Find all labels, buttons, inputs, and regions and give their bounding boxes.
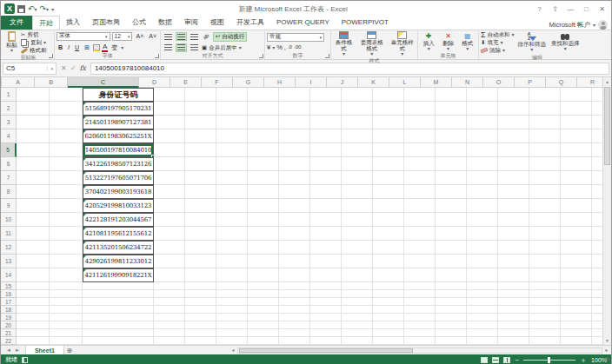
row-header[interactable]: 18 xyxy=(1,306,17,314)
cell[interactable] xyxy=(50,321,83,329)
cell[interactable] xyxy=(310,143,342,157)
cell[interactable] xyxy=(50,129,83,143)
format-painter-button[interactable]: 格式刷 xyxy=(21,47,47,54)
zoom-slider-thumb[interactable] xyxy=(548,357,550,363)
cell[interactable] xyxy=(310,282,342,290)
cell[interactable] xyxy=(373,171,404,185)
cell[interactable] xyxy=(529,306,561,314)
row-header[interactable]: 9 xyxy=(1,199,17,213)
cell[interactable] xyxy=(17,129,50,143)
cell[interactable] xyxy=(529,143,561,157)
cell[interactable] xyxy=(216,88,248,102)
cell[interactable] xyxy=(342,290,373,298)
cell[interactable] xyxy=(373,298,404,306)
cell[interactable] xyxy=(436,199,467,213)
cell[interactable] xyxy=(310,268,342,282)
cell[interactable] xyxy=(185,102,216,116)
cell[interactable] xyxy=(592,282,602,290)
font-size-combo[interactable]: 12▾ xyxy=(112,32,133,41)
cell[interactable] xyxy=(17,157,50,171)
row-header[interactable]: 22 xyxy=(1,337,17,345)
bold-button[interactable]: B xyxy=(57,43,64,52)
maximize-button[interactable]: □ xyxy=(579,3,594,15)
cell[interactable] xyxy=(404,298,436,306)
cell[interactable] xyxy=(561,268,592,282)
ribbon-tab[interactable]: 视图 xyxy=(204,16,230,30)
cell[interactable] xyxy=(342,268,373,282)
cell[interactable] xyxy=(17,143,50,157)
cell[interactable] xyxy=(373,337,404,345)
cell[interactable] xyxy=(342,171,373,185)
cell[interactable] xyxy=(216,314,248,321)
cell[interactable] xyxy=(310,171,342,185)
ribbon-tab[interactable]: 开发工具 xyxy=(230,16,270,30)
cell[interactable] xyxy=(154,102,185,116)
cell[interactable] xyxy=(404,102,436,116)
cell[interactable] xyxy=(83,314,154,321)
cell[interactable] xyxy=(529,227,561,241)
cell[interactable] xyxy=(529,199,561,213)
cell[interactable] xyxy=(248,88,279,102)
cell[interactable] xyxy=(310,157,342,171)
cell[interactable] xyxy=(216,116,248,129)
cell[interactable] xyxy=(83,290,154,298)
row-header[interactable]: 7 xyxy=(1,171,17,185)
new-sheet-icon[interactable]: ⊕ xyxy=(64,346,75,354)
table-cell[interactable]: 341226198507123126 xyxy=(83,157,154,171)
cell[interactable] xyxy=(216,241,248,255)
zoom-slider[interactable] xyxy=(523,360,575,361)
cell[interactable] xyxy=(561,213,592,227)
table-cell[interactable]: 421081195612155612 xyxy=(83,227,154,241)
cell[interactable] xyxy=(436,88,467,102)
cell[interactable] xyxy=(342,321,373,329)
cell[interactable] xyxy=(498,116,529,129)
cell[interactable] xyxy=(592,213,602,227)
cell[interactable] xyxy=(310,213,342,227)
cell[interactable] xyxy=(216,290,248,298)
cell[interactable] xyxy=(498,321,529,329)
account-area[interactable]: Microsoft 帐户 ▾ xyxy=(549,20,611,30)
fill-color-icon[interactable] xyxy=(93,44,100,51)
cancel-icon[interactable]: ✕ xyxy=(61,64,67,72)
cell[interactable] xyxy=(373,213,404,227)
redo-icon[interactable]: ↷▾ xyxy=(40,4,50,14)
cell[interactable] xyxy=(216,185,248,199)
cell[interactable] xyxy=(404,143,436,157)
cell[interactable] xyxy=(279,282,310,290)
cell[interactable] xyxy=(216,143,248,157)
cell[interactable] xyxy=(373,282,404,290)
insert-function-icon[interactable]: fx xyxy=(79,64,85,72)
cell[interactable] xyxy=(310,298,342,306)
cell[interactable] xyxy=(154,337,185,345)
cell[interactable] xyxy=(404,116,436,129)
cell[interactable] xyxy=(498,337,529,345)
cell[interactable] xyxy=(342,102,373,116)
cell[interactable] xyxy=(561,290,592,298)
cell[interactable] xyxy=(216,268,248,282)
cell[interactable] xyxy=(154,129,185,143)
cell[interactable] xyxy=(467,199,498,213)
cell[interactable] xyxy=(529,314,561,321)
paste-button[interactable]: 粘贴▾ xyxy=(4,31,19,54)
cell[interactable] xyxy=(467,227,498,241)
table-header-cell[interactable]: 身份证号码 xyxy=(83,88,154,102)
cell[interactable] xyxy=(467,282,498,290)
cell[interactable] xyxy=(50,116,83,129)
cell[interactable] xyxy=(404,306,436,314)
cell[interactable] xyxy=(561,88,592,102)
cell[interactable] xyxy=(154,306,185,314)
cell[interactable] xyxy=(467,185,498,199)
cell[interactable] xyxy=(467,213,498,227)
cell[interactable] xyxy=(342,129,373,143)
cell[interactable] xyxy=(467,116,498,129)
cell[interactable] xyxy=(342,337,373,345)
align-top-button[interactable] xyxy=(163,32,174,41)
cell[interactable] xyxy=(185,227,216,241)
align-middle-button[interactable] xyxy=(176,32,187,41)
cell[interactable] xyxy=(342,329,373,337)
cell[interactable] xyxy=(154,171,185,185)
cell[interactable] xyxy=(529,88,561,102)
cell[interactable] xyxy=(17,199,50,213)
cell[interactable] xyxy=(342,314,373,321)
cell[interactable] xyxy=(592,306,602,314)
